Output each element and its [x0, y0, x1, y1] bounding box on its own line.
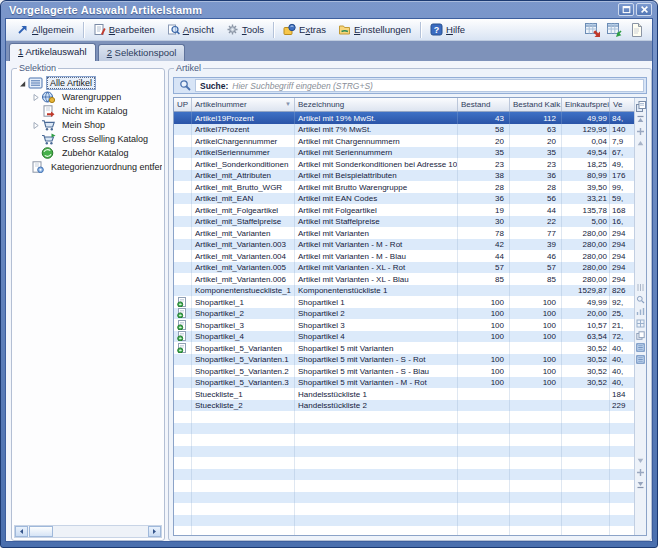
new-document-icon[interactable] — [628, 22, 645, 38]
pin-columns-icon[interactable] — [636, 283, 645, 292]
tree-horizontal-scrollbar[interactable] — [14, 525, 162, 538]
table-row[interactable]: Artikel_mit_StaffelpreiseArtikel mit Sta… — [174, 216, 634, 228]
menu-item-bearbeiten[interactable]: Bearbeiten — [87, 20, 161, 39]
table-row[interactable]: Shopartikel_5_Varianten.3Shopartikel 5 m… — [174, 377, 634, 389]
tree-item-alle-artikel[interactable]: Alle Artikel — [14, 76, 162, 90]
cell-bestand — [458, 503, 510, 515]
scroll-plus-2-icon[interactable] — [636, 468, 645, 477]
table-row[interactable]: Artikel_SonderkonditionenArtikel mit Son… — [174, 158, 634, 170]
menu-item-einstellungen[interactable]: Einstellungen — [332, 20, 417, 39]
table-row[interactable]: Shopartikel_3Shopartikel 310010010,5721, — [174, 319, 634, 331]
menu-item-extras[interactable]: Extras — [277, 20, 332, 39]
cell-bezeichnung: Artikel mit Varianten - M - Rot — [295, 239, 458, 251]
tree-item-warengruppen[interactable]: Warengruppen — [14, 90, 162, 104]
scroll-first-icon[interactable] — [636, 115, 645, 124]
table-row[interactable]: Artikel19ProzentArtikel mit 19% MwSt.431… — [174, 112, 634, 124]
column-header-bezeichnung[interactable]: Bezeichnung — [295, 98, 458, 111]
table-row[interactable]: Komponentenstueckliste_1Komponentenstück… — [174, 285, 634, 297]
allgemein-arrow-icon — [16, 23, 29, 36]
chart-icon[interactable] — [636, 307, 645, 316]
table-row[interactable]: Artikel_mit_FolgeartikelArtikel mit Folg… — [174, 204, 634, 216]
cell-artikelnummer: Artikel_Sonderkonditionen — [192, 158, 295, 170]
menu-item-ansicht[interactable]: Ansicht — [161, 20, 220, 39]
copy-layout-icon[interactable] — [636, 331, 645, 340]
expand-expander-icon[interactable] — [30, 121, 41, 130]
tree-item-cross-selling-katalog[interactable]: Cross Selling Katalog — [14, 132, 162, 146]
artikel-panel: Artikel Suche: UPArtikelnummer▼Bezeichnu… — [168, 63, 652, 541]
column-chooser-icon[interactable] — [636, 99, 646, 111]
tree-item-kategorienzuordnung-entfernen[interactable]: Kategorienzuordnung entfernen — [14, 160, 162, 174]
cell-artikelnummer — [192, 515, 295, 527]
scroll-plus-icon[interactable] — [636, 127, 645, 136]
list-view-2-icon[interactable] — [636, 355, 645, 364]
table-row[interactable]: ArtikelChargennummerArtikel mit Chargenn… — [174, 135, 634, 147]
side-tools-bottom — [635, 456, 646, 489]
menu-item-label: Tools — [242, 24, 264, 35]
table-row[interactable]: Artikel_mit_Varianten.004Artikel mit Var… — [174, 250, 634, 262]
table-row[interactable]: Artikel7ProzentArtikel mit 7% MwSt.58631… — [174, 124, 634, 136]
tree-item-label: Kategorienzuordnung entfernen — [48, 161, 162, 173]
collapse-expander-icon[interactable] — [17, 79, 28, 88]
tree-item-nicht-im-katalog[interactable]: Nicht im Katalog — [14, 104, 162, 118]
menu-item-allgemein[interactable]: Allgemein — [10, 20, 80, 39]
close-icon[interactable] — [636, 3, 652, 16]
column-header-bestand-kalk[interactable]: Bestand Kalk. — [510, 98, 562, 111]
table-row[interactable]: Artikel_mit_Varianten.006Artikel mit Var… — [174, 273, 634, 285]
table-row[interactable]: Artikel_mit_VariantenArtikel mit Variant… — [174, 227, 634, 239]
table-row[interactable]: Artikel_mit_EANArtikel mit EAN Codes3656… — [174, 193, 634, 205]
scroll-right-icon[interactable] — [148, 526, 161, 537]
cell-artikelnummer — [192, 526, 295, 535]
table-row[interactable]: Stueckliste_1Handelsstückliste 1184 — [174, 388, 634, 400]
tab-1-artikelauswahl[interactable]: 1 Artikelauswahl — [9, 43, 96, 61]
table-row[interactable]: Shopartikel_5_VariantenShopartikel 5 mit… — [174, 342, 634, 354]
tree-item-zubehör-katalog[interactable]: Zubehör Katalog — [14, 146, 162, 160]
table-row[interactable]: Shopartikel_5_Varianten.1Shopartikel 5 m… — [174, 354, 634, 366]
scroll-last-icon[interactable] — [636, 480, 645, 489]
cell-bezeichnung — [295, 515, 458, 527]
column-header-artikelnummer[interactable]: Artikelnummer▼ — [192, 98, 295, 111]
cell-up — [174, 181, 192, 193]
column-header-ve[interactable]: Ve — [610, 98, 634, 111]
cell-bestand — [458, 469, 510, 481]
scroll-up-icon[interactable] — [636, 139, 645, 148]
table-row[interactable]: ArtikelSeriennummerArtikel mit Seriennum… — [174, 147, 634, 159]
search-field[interactable]: Suche: — [195, 79, 644, 92]
edit-page-icon — [93, 23, 106, 36]
table-import-icon[interactable] — [606, 22, 623, 38]
cell-ve: 294 — [610, 250, 634, 262]
scroll-down-icon[interactable] — [636, 456, 645, 465]
table-row[interactable]: Artikel_mit_Varianten.003Artikel mit Var… — [174, 239, 634, 251]
tab-2-selektionspool[interactable]: 2 Selektionspool — [98, 44, 186, 61]
empty-row — [174, 434, 634, 446]
table-row[interactable]: Shopartikel_5_Varianten.2Shopartikel 5 m… — [174, 365, 634, 377]
scroll-left-icon[interactable] — [15, 526, 28, 537]
table-row[interactable]: Shopartikel_2Shopartikel 210010020,0025, — [174, 308, 634, 320]
zoom-icon[interactable] — [636, 295, 645, 304]
cell-bestand-kalk — [510, 469, 562, 481]
column-header-bestand[interactable]: Bestand — [458, 98, 510, 111]
cell-bestand: 100 — [458, 319, 510, 331]
menu-item-hilfe[interactable]: ?Hilfe — [424, 20, 471, 39]
grid-layout-icon[interactable] — [636, 319, 645, 328]
side-tools-top — [635, 115, 646, 148]
menu-item-tools[interactable]: Tools — [220, 20, 270, 39]
table-export-icon[interactable] — [584, 22, 601, 38]
menu-bar: AllgemeinBearbeitenAnsichtToolsExtrasEin… — [6, 19, 652, 41]
table-row[interactable]: Artikel_mit_Varianten.005Artikel mit Var… — [174, 262, 634, 274]
table-row[interactable]: Shopartikel_1Shopartikel 110010049,9992, — [174, 296, 634, 308]
restore-icon[interactable] — [618, 3, 634, 16]
list-view-icon[interactable] — [636, 343, 645, 352]
scrollbar-track[interactable] — [53, 526, 148, 537]
scrollbar-thumb[interactable] — [29, 526, 53, 537]
table-row[interactable]: Artikel_mit_Brutto_WGRArtikel mit Brutto… — [174, 181, 634, 193]
cell-einkaufspreis: 30,52 — [562, 354, 610, 366]
table-row[interactable]: Stueckliste_2Handelsstückliste 2229 — [174, 400, 634, 412]
search-input[interactable] — [232, 81, 639, 91]
column-header-einkaufspreis[interactable]: Einkaufspreis — [562, 98, 610, 111]
column-header-up[interactable]: UP — [174, 98, 192, 111]
cell-bestand-kalk — [510, 526, 562, 535]
table-row[interactable]: Artikel_mit_AttributenArtikel mit Beispi… — [174, 170, 634, 182]
expand-expander-icon[interactable] — [30, 93, 41, 102]
tree-item-mein-shop[interactable]: Mein Shop — [14, 118, 162, 132]
table-row[interactable]: Shopartikel_4Shopartikel 410010063,5472, — [174, 331, 634, 343]
